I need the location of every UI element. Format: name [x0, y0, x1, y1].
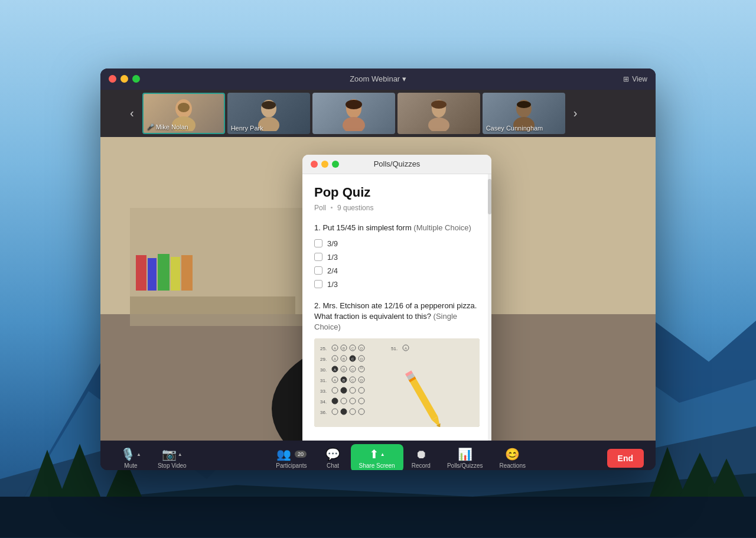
participant-thumb[interactable]	[312, 93, 395, 134]
modal-scrollbar[interactable]	[488, 174, 491, 441]
minimize-button[interactable]	[120, 75, 128, 83]
svg-text:A: A	[334, 357, 336, 361]
chat-button[interactable]: 💬 Chat	[315, 444, 351, 470]
modal-zoom-button[interactable]	[332, 161, 339, 168]
quiz-questions-count: 9 questions	[337, 204, 373, 212]
stop-video-button[interactable]: 📷 ▲ Stop Video	[149, 444, 195, 470]
svg-point-78	[332, 387, 338, 393]
svg-point-24	[178, 103, 190, 112]
svg-text:30.: 30.	[320, 367, 327, 373]
svg-point-36	[517, 101, 531, 108]
mute-icon: 🎙️	[120, 447, 135, 461]
reactions-button[interactable]: 😊 Reactions	[491, 444, 534, 470]
participant-thumb[interactable]: 🎤 Mike Nolan	[142, 93, 225, 134]
mute-caret[interactable]: ▲	[136, 452, 141, 457]
participant-thumb[interactable]	[397, 93, 480, 134]
view-control[interactable]: ⊞ View	[623, 75, 647, 83]
svg-point-27	[262, 101, 276, 109]
record-button[interactable]: ⏺ Record	[403, 445, 439, 470]
end-button[interactable]: End	[607, 449, 644, 468]
title-bar: Zoom Webinar ▾ ⊞ View	[100, 69, 656, 90]
share-screen-button[interactable]: ⬆ ▲ Share Screen	[351, 444, 403, 470]
svg-point-90	[350, 409, 356, 415]
choice-checkbox[interactable]	[314, 253, 322, 261]
quiz-meta: Poll 9 questions	[314, 204, 480, 212]
svg-point-79	[341, 387, 347, 393]
modal-minimize-button[interactable]	[321, 161, 328, 168]
svg-text:A: A	[405, 347, 407, 350]
svg-rect-37	[314, 338, 480, 427]
modal-body[interactable]: Pop Quiz Poll 9 questions 1. Put 15/45 i…	[302, 174, 491, 441]
choice-item[interactable]: 3/9	[314, 239, 480, 248]
svg-text:D: D	[360, 379, 363, 382]
choice-checkbox[interactable]	[314, 239, 322, 247]
svg-text:A: A	[334, 379, 336, 382]
quiz-title: Pop Quiz	[314, 185, 480, 200]
choice-label: 3/9	[327, 239, 338, 248]
svg-point-84	[341, 398, 347, 404]
polls-quizzes-button[interactable]: 📊 Polls/Quizzes	[439, 444, 491, 470]
svg-point-33	[431, 100, 447, 109]
app-window: Zoom Webinar ▾ ⊞ View	[100, 69, 656, 470]
next-participant-button[interactable]: ›	[568, 103, 584, 123]
prev-participant-button[interactable]: ‹	[124, 103, 140, 123]
polls-icon: 📊	[458, 447, 472, 461]
quiz-meta-separator	[331, 207, 333, 208]
maximize-button[interactable]	[132, 75, 140, 83]
svg-rect-17	[158, 254, 170, 291]
choice-item[interactable]: 1/3	[314, 280, 480, 289]
svg-text:51.: 51.	[391, 346, 397, 351]
svg-point-81	[359, 387, 364, 393]
quiz-type: Poll	[314, 204, 326, 212]
svg-point-83	[332, 398, 338, 404]
close-button[interactable]	[109, 75, 116, 83]
choice-item[interactable]: 1/3	[314, 253, 480, 262]
reactions-icon: 😊	[505, 447, 520, 461]
participant-name: 🎤 Mike Nolan	[147, 123, 188, 131]
share-screen-label: Share Screen	[359, 462, 395, 469]
svg-point-32	[428, 118, 449, 131]
participants-badge: 20	[295, 451, 307, 458]
participant-strip: ‹ 🎤 Mike Nolan	[100, 90, 656, 137]
participant-face	[397, 93, 480, 134]
svg-point-80	[350, 387, 356, 393]
participants-label: Participants	[276, 462, 307, 469]
question-text: 2. Mrs. Etchison ate 12/16 of a pepperon…	[314, 301, 480, 333]
svg-text:33.: 33.	[320, 389, 327, 394]
choice-item[interactable]: 2/4	[314, 266, 480, 275]
question-block: 2. Mrs. Etchison ate 12/16 of a pepperon…	[314, 301, 480, 428]
svg-text:C: C	[351, 379, 354, 382]
modal-titlebar: Polls/Quizzes	[302, 155, 491, 174]
scrollbar-thumb[interactable]	[488, 179, 491, 214]
svg-text:36.: 36.	[320, 410, 327, 415]
stop-video-label: Stop Video	[158, 462, 187, 469]
participant-thumb[interactable]: Casey Cunningham	[483, 93, 565, 134]
participant-thumb[interactable]: Henry Park	[227, 93, 310, 134]
video-area: ‹ 🎤 Mike Nolan	[100, 90, 656, 441]
svg-point-89	[341, 409, 347, 415]
participants-icon: 👥	[276, 447, 291, 461]
choice-checkbox[interactable]	[314, 280, 322, 288]
svg-text:D: D	[360, 366, 363, 370]
svg-text:B: B	[343, 368, 345, 371]
share-screen-caret[interactable]: ▲	[380, 452, 385, 457]
question-image: 25. A B C D 51. A 29. A B	[314, 338, 480, 427]
svg-text:C: C	[351, 368, 354, 371]
question-block: 1. Put 15/45 in simplest form (Multiple …	[314, 223, 480, 289]
mic-icon: 🎤	[147, 123, 154, 130]
svg-rect-16	[148, 258, 157, 291]
window-title: Zoom Webinar ▾	[350, 74, 406, 83]
choice-checkbox[interactable]	[314, 266, 322, 275]
svg-text:B: B	[343, 347, 345, 350]
traffic-lights	[109, 75, 140, 83]
modal-close-button[interactable]	[311, 161, 318, 168]
participants-button[interactable]: 👥 20 Participants	[268, 444, 315, 470]
mute-button[interactable]: 🎙️ ▲ Mute	[112, 444, 149, 470]
modal-traffic-lights	[311, 161, 339, 168]
svg-text:34.: 34.	[320, 399, 327, 405]
svg-text:B: B	[343, 357, 345, 361]
svg-text:25.: 25.	[320, 346, 327, 351]
svg-text:D: D	[360, 347, 363, 350]
video-caret[interactable]: ▲	[178, 452, 183, 457]
modal-title: Polls/Quizzes	[374, 159, 421, 168]
